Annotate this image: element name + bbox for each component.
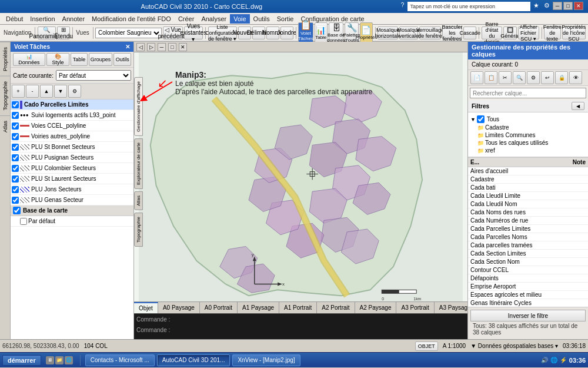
map-tab-a2p[interactable]: A2 Paysage [355,302,397,313]
panel-close-icon[interactable]: ✕ [125,44,130,50]
mosaique-h-btn[interactable]: Mosaïque horizontale [377,26,398,39]
status-objet-btn[interactable]: OBJET [415,342,438,351]
layer-check-3[interactable] [12,133,19,140]
help-icon[interactable]: ? [399,2,407,11]
taskbar-sys-icon-2[interactable]: 🌐 [550,357,557,363]
layer-check-8[interactable] [12,186,19,193]
taskbar-contacts-btn[interactable]: Contacts - Microsoft ... [85,354,155,366]
rt-btn-2[interactable]: 📋 [485,71,497,84]
rt-btn-7[interactable]: 🔒 [555,71,568,84]
cascade-btn[interactable]: Cascade [463,26,476,39]
map-tab-a1port[interactable]: A1 Portrait [279,302,317,313]
layer-groups-btn[interactable]: Groupes [89,53,113,66]
layer-settings-btn[interactable]: ⚙ [68,85,81,98]
menu-outils[interactable]: Outils [250,14,273,24]
base-donnees-btn[interactable]: 🗄 Base de données [329,22,344,44]
volet-btn[interactable]: 📋 Volet Tâches Rap [298,22,313,44]
invert-filter-btn[interactable]: Inverser le filtre [470,310,586,321]
map-tab-a1p[interactable]: A1 Paysage [238,302,279,313]
afficher-fcu-btn[interactable]: Afficher Fichier SCU ▾ [518,26,539,39]
menu-debut[interactable]: Début [2,14,26,24]
vert-tab-topo[interactable]: Topographie [0,76,10,115]
proprietes-btn[interactable]: 📄 Propriétés [360,22,373,44]
layer-check-default[interactable] [20,218,27,225]
rl-emprise[interactable]: Emprise Aeroport [468,283,588,291]
rl-cada-lleudil-l[interactable]: Cada Lleudil Limite [468,192,588,200]
map-tab-objet[interactable]: Objet [134,302,158,313]
taskbar-icon-1[interactable]: 🖥 [46,356,54,364]
layer-item-8[interactable]: PLU Jons Secteurs [11,184,133,195]
side-tab-topo[interactable]: Topographie [134,213,143,247]
filter-xref[interactable]: 📁 xref [477,147,586,154]
map-tab-a3port[interactable]: A3 Portrait [396,302,434,313]
layer-item-6[interactable]: PLU Colombier Secteurs [11,163,133,174]
layer-item-cado-parcelles[interactable]: Cado Parcelles Limites [11,100,133,110]
barre-etat-btn[interactable]: Barre d'état du dessin [482,26,503,39]
rl-genas-cycles[interactable]: Genas Itinéraire Cycles [468,299,588,307]
props-fcu-btn[interactable]: Propriétés de l'icône SCU [562,26,586,39]
layer-check-7[interactable] [12,175,19,183]
filter-cadastre[interactable]: 📁 Cadastre [477,124,586,131]
vert-tab-atlas[interactable]: Atlas [0,115,10,137]
taskbar-xnview-btn[interactable]: XnView - [Manip2.jpg] [232,354,300,366]
menu-annoter[interactable]: Annoter [59,14,89,24]
rl-defapoints[interactable]: Défapoints [468,274,588,283]
fenetre-texte-btn[interactable]: Fenêtre de texte [544,26,561,39]
verrouillage-btn[interactable]: Verrouillage de fenêtre [419,26,441,39]
layer-check-9[interactable] [12,197,19,204]
map-close-btn[interactable]: ✕ [179,43,187,51]
layer-down-btn[interactable]: ▼ [54,85,67,98]
side-tab-explorateur[interactable]: Explorateur de carte [134,138,143,189]
view-select[interactable]: Colombier Saugnieu Genas Genas Cyclabili… [95,28,162,38]
map-tab-a3p[interactable]: A3 Paysage [435,302,467,313]
layer-check-1[interactable] [12,112,19,119]
rt-btn-1[interactable]: 📄 [470,71,483,84]
layer-item-2[interactable]: Voies CCEL_polyline [11,121,133,131]
layer-item-default[interactable]: Par défaut [11,216,133,227]
barre-infos-btn[interactable]: 🔲 Général [503,26,516,39]
menu-voie[interactable]: Voie [230,14,249,24]
layer-search-input[interactable] [470,88,586,98]
vert-tab-proprietes[interactable]: Propriétés [0,42,10,76]
layer-table-btn[interactable]: Table [71,53,87,66]
filter-expand-icon[interactable]: ▼ [470,117,476,122]
rl-cada-tram[interactable]: Cada parcelles tramées [468,241,588,250]
taskbar-sys-icon-1[interactable]: 🔊 [541,357,548,363]
joindre-btn[interactable]: Joindre [280,26,293,39]
rl-espaces-agri[interactable]: Espaces agricoles et milieu [468,291,588,299]
filter-check-tous[interactable] [477,115,485,123]
menu-modif[interactable]: Modification de l'entité FDO [88,14,175,24]
layer-section-check[interactable] [13,207,21,214]
map-nav-btn1[interactable]: ◁ [136,43,145,51]
star-icon[interactable]: ★ [532,2,541,11]
layer-style-btn[interactable]: 🎨 Style [46,53,70,66]
rt-btn-3[interactable]: ✂ [499,71,512,84]
taskbar-sys-icon-3[interactable]: ⚡ [560,357,567,363]
menu-creer[interactable]: Créer [175,14,198,24]
question-icon[interactable]: ⚙ [542,2,552,11]
search-box[interactable]: Tapez un mot-clé ou une expression [407,2,530,11]
layer-item-1[interactable]: ●●● Suivi logements actifs L93_point [11,110,133,121]
layer-check-5[interactable] [12,154,19,161]
palettes-outils-btn[interactable]: 🔧 Palettes d'outils [345,22,359,44]
table-btn[interactable]: 📊 Table [315,22,328,44]
layer-tools-btn[interactable]: Outils [113,53,131,66]
map-tab-a0port[interactable]: A0 Portrait [200,302,238,313]
rt-btn-6[interactable]: ↩ [541,71,554,84]
menu-sortie[interactable]: Sortie [273,14,298,24]
taskbar-autocad-btn[interactable]: AutoCAD Civil 3D 201... [157,354,230,366]
layer-item-5[interactable]: PLU Pusignan Secteurs [11,152,133,163]
map-tab-a0p[interactable]: A0 Paysage [158,302,200,313]
map-tab-a2port[interactable]: A2 Portrait [317,302,355,313]
filter-limites[interactable]: 📁 Limites Communes [477,131,586,139]
map-nav-btn2[interactable]: ▷ [147,43,155,51]
rl-cada-parcelles-l[interactable]: Cada Parcelles Limites [468,225,588,233]
rl-cada-parcelles-n[interactable]: Cada Parcelles Noms [468,233,588,241]
side-tab-atlas[interactable]: Atlas [134,191,143,210]
rt-btn-5[interactable]: ⚙ [527,71,540,84]
layer-check-4[interactable] [12,144,19,151]
layer-check-6[interactable] [12,165,19,172]
etendu-btn[interactable]: ⊞ Étendu [57,26,70,39]
layer-up-btn[interactable]: ▲ [40,85,53,98]
rt-btn-8[interactable]: 👁 [569,71,582,84]
